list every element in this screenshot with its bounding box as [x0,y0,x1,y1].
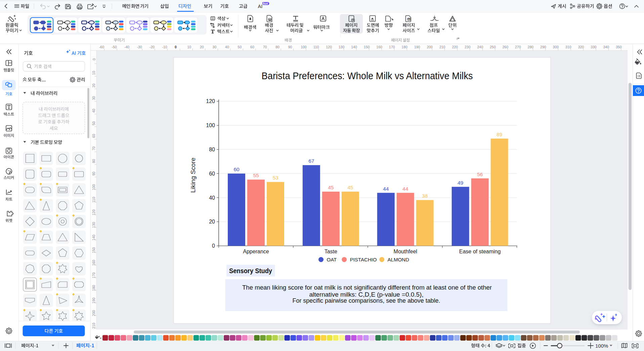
svg-text:140: 140 [351,45,357,49]
svg-text:160: 160 [92,260,96,266]
svg-text:230: 230 [465,45,471,49]
svg-text:240: 240 [477,45,483,49]
svg-text:45: 45 [347,185,353,190]
svg-text:67: 67 [308,158,314,164]
svg-text:Sensory Study: Sensory Study [229,267,272,274]
svg-text:80: 80 [209,147,215,152]
svg-text:-20: -20 [149,45,155,49]
svg-text:60: 60 [250,45,254,49]
svg-text:PISTACHIO: PISTACHIO [350,257,377,262]
svg-text:50: 50 [238,45,242,49]
svg-text:130: 130 [339,45,345,49]
svg-text:160: 160 [376,45,382,49]
svg-text:44: 44 [383,186,389,192]
svg-text:0: 0 [175,45,177,49]
svg-text:70: 70 [92,146,96,150]
svg-text:280: 280 [528,45,534,49]
svg-text:20: 20 [200,45,204,49]
svg-text:80: 80 [92,159,96,163]
svg-text:89: 89 [497,132,502,137]
svg-text:50: 50 [92,121,96,125]
svg-text:-60: -60 [99,45,104,49]
svg-text:320: 320 [578,45,584,49]
svg-text:AI: AI [258,4,263,9]
svg-text:290: 290 [540,45,546,49]
svg-text:45: 45 [328,185,334,190]
svg-text:Taste: Taste [325,249,337,254]
svg-text:40: 40 [92,109,96,113]
svg-text:120: 120 [206,98,215,104]
svg-text:0: 0 [212,243,215,249]
svg-text:90: 90 [288,45,292,49]
svg-text:210: 210 [92,323,96,329]
svg-text:For specific pairwise comparis: For specific pairwise comparisons, see t… [293,297,440,304]
svg-text:130: 130 [92,222,96,228]
svg-text:The mean liking score for oat: The mean liking score for oat milk is no… [242,284,492,291]
svg-text:hot: hot [263,2,268,5]
svg-text:20: 20 [209,219,215,224]
svg-text:340: 340 [603,45,609,49]
svg-text:150: 150 [92,247,96,253]
svg-text:220: 220 [452,45,458,49]
svg-text:-10: -10 [162,45,167,49]
svg-text:Barista Preferences: Whole Mil: Barista Preferences: Whole Milk vs Alter… [262,70,473,81]
svg-text:310: 310 [565,45,571,49]
svg-text:60: 60 [209,171,215,177]
svg-text:-50: -50 [112,45,117,49]
svg-text:210: 210 [439,45,445,49]
svg-text:55: 55 [253,172,259,178]
svg-text:120: 120 [92,209,96,215]
svg-text:80: 80 [275,45,280,49]
svg-text:200: 200 [427,45,433,49]
svg-text:270: 270 [515,45,521,49]
svg-text:Apperance: Apperance [243,249,269,254]
svg-text:60: 60 [233,166,240,172]
svg-text:53: 53 [272,175,278,181]
svg-text:alternative milks: C,D,E (p-va: alternative milks: C,D,E (p-value =0.0.5… [309,291,424,298]
svg-text:110: 110 [92,197,96,203]
svg-text:200: 200 [92,310,96,316]
svg-text:100%: 100% [595,343,608,349]
svg-text:100: 100 [301,45,307,49]
svg-text:120: 120 [326,45,332,49]
svg-text:30: 30 [92,96,96,100]
svg-text:300: 300 [553,45,559,49]
svg-text:180: 180 [401,45,407,49]
svg-text:Ease of steaming: Ease of steaming [459,249,501,254]
svg-text:-30: -30 [137,45,142,49]
svg-text:44: 44 [402,186,409,192]
svg-text:70: 70 [263,45,267,49]
svg-text:100: 100 [206,122,215,128]
svg-text:0: 0 [92,58,96,60]
svg-text:90: 90 [92,172,96,176]
svg-text:140: 140 [92,235,96,241]
svg-text:OAT: OAT [327,257,337,262]
svg-text:110: 110 [313,45,319,49]
svg-text:10: 10 [92,71,96,75]
svg-text:350: 350 [616,45,622,49]
svg-text:250: 250 [490,45,496,49]
svg-text:30: 30 [213,45,217,49]
svg-text:56: 56 [477,171,483,177]
svg-text:ALMOND: ALMOND [388,257,409,262]
svg-text:330: 330 [591,45,597,49]
svg-text:100: 100 [92,184,96,190]
svg-text:Mouthfeel: Mouthfeel [394,249,417,254]
svg-text:150: 150 [364,45,370,49]
svg-text:260: 260 [503,45,509,49]
svg-text:38: 38 [422,193,428,199]
svg-text:170: 170 [389,45,395,49]
svg-text:60: 60 [92,134,96,138]
svg-text:10: 10 [187,45,191,49]
svg-text:40: 40 [209,195,215,201]
svg-text:180: 180 [92,285,96,291]
svg-text:190: 190 [92,298,96,304]
svg-text:49: 49 [458,180,463,186]
svg-text:-40: -40 [124,45,129,49]
svg-text:190: 190 [414,45,420,49]
svg-text:A4: A4 [407,18,411,20]
svg-text:20: 20 [92,84,96,88]
svg-text:170: 170 [92,272,96,279]
svg-text:Liking Score: Liking Score [189,158,197,193]
svg-text:40: 40 [225,45,229,49]
